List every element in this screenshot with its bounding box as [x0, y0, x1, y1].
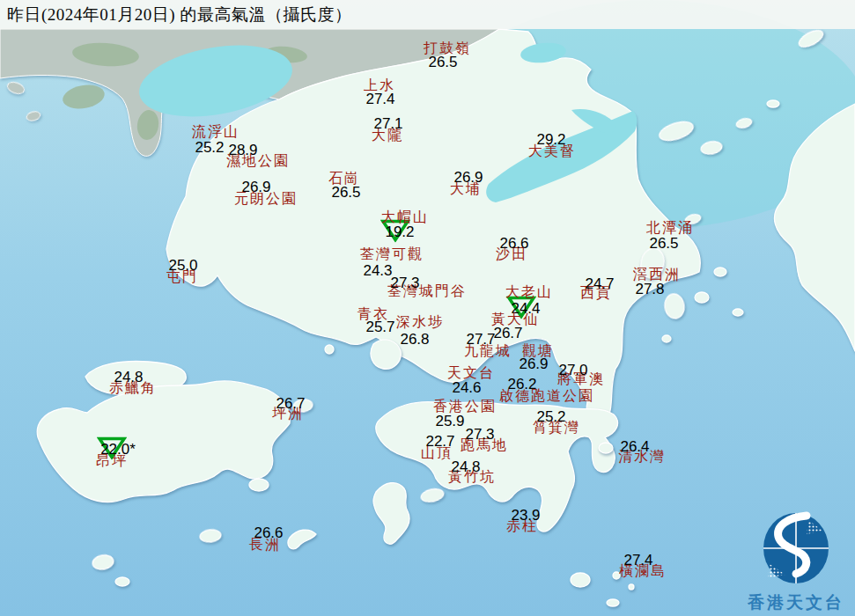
hko-logo-icon — [755, 511, 837, 587]
hko-logo: 香港天文台 HONG KONG OBSERVATORY — [740, 511, 852, 616]
page-title: 昨日(2024年01月20日) 的最高氣溫（攝氏度） — [7, 4, 351, 26]
max-temperature-map-screenshot: 打鼓嶺26.5上水27.4大隴27.1大美督29.2流浮山25.2濕地公園28.… — [0, 0, 855, 616]
hko-logo-chinese-text: 香港天文台 — [740, 591, 852, 614]
title-bar: 昨日(2024年01月20日) 的最高氣溫（攝氏度） — [0, 0, 855, 29]
hong-kong-map — [0, 0, 855, 616]
